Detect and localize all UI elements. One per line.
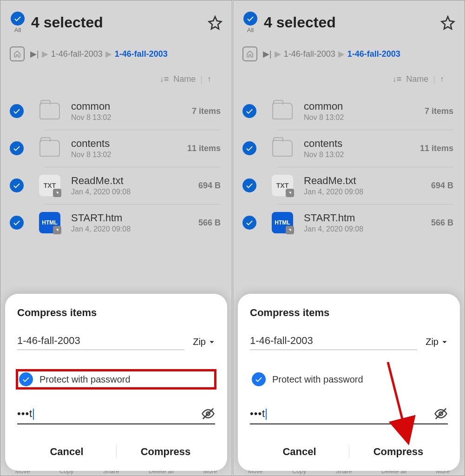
sheet-title: Compress items: [17, 307, 215, 319]
row-checkbox[interactable]: [10, 141, 24, 155]
file-size: 11 items: [187, 144, 221, 153]
file-name: contents: [304, 138, 420, 150]
favorite-icon[interactable]: [440, 15, 455, 30]
format-dropdown[interactable]: Zip: [426, 337, 448, 350]
select-all-toggle[interactable]: [243, 12, 257, 26]
protect-label: Protect with password: [39, 374, 131, 385]
cancel-button[interactable]: Cancel: [17, 435, 116, 471]
select-all-label: All: [247, 26, 254, 33]
row-checkbox[interactable]: [10, 178, 24, 192]
archive-name-input[interactable]: 1-46-fall-2003: [17, 335, 184, 350]
file-meta: Nov 8 13:02: [71, 113, 192, 122]
breadcrumb-current[interactable]: 1-46-fall-2003: [115, 49, 168, 59]
favorite-icon[interactable]: [208, 15, 223, 30]
list-item[interactable]: HTML START.htmJan 4, 2020 09:08 566 B: [0, 204, 232, 241]
home-icon[interactable]: [242, 46, 257, 61]
list-item[interactable]: HTML START.htmJan 4, 2020 09:08 566 B: [233, 204, 465, 241]
sort-icon[interactable]: ↓≡: [393, 74, 402, 84]
file-name: contents: [71, 138, 187, 150]
list-item[interactable]: commonNov 8 13:02 7 items: [0, 93, 232, 130]
compress-sheet: Compress items 1-46-fall-2003 Zip Protec…: [238, 294, 460, 471]
skip-icon: ▶|: [263, 49, 272, 59]
list-item[interactable]: TXT ReadMe.txtJan 4, 2020 09:08 694 B: [0, 167, 232, 204]
file-meta: Nov 8 13:02: [71, 151, 187, 159]
list-item[interactable]: commonNov 8 13:02 7 items: [233, 93, 465, 130]
file-size: 11 items: [420, 144, 453, 153]
sort-label[interactable]: Name: [173, 74, 196, 84]
file-meta: Jan 4, 2020 09:08: [304, 225, 431, 233]
password-input[interactable]: •••t: [250, 408, 434, 420]
txt-file-icon: TXT: [271, 174, 294, 197]
file-name: START.htm: [71, 212, 198, 224]
screenshot-right: All 4 selected ▶| ▶ 1-46-fall-2003 ▶ 1-4…: [233, 0, 465, 476]
sheet-title: Compress items: [250, 307, 448, 319]
file-size: 7 items: [425, 106, 453, 116]
breadcrumb-current[interactable]: 1-46-fall-2003: [347, 49, 400, 59]
archive-name-input[interactable]: 1-46-fall-2003: [250, 335, 417, 350]
home-icon[interactable]: [10, 46, 25, 61]
breadcrumb: ▶| ▶ 1-46-fall-2003 ▶ 1-46-fall-2003: [242, 46, 455, 61]
sort-direction-icon[interactable]: ↑: [440, 74, 444, 84]
screenshot-left: All 4 selected ▶| ▶ 1-46-fall-2003 ▶ 1-4…: [0, 0, 232, 476]
password-input[interactable]: •••t: [17, 408, 201, 420]
txt-file-icon: TXT: [39, 174, 61, 197]
chevron-right-icon: ▶: [42, 49, 48, 59]
row-checkbox[interactable]: [242, 178, 256, 192]
compress-button[interactable]: Compress: [349, 435, 448, 471]
protect-label: Protect with password: [272, 374, 363, 385]
folder-icon: [39, 100, 61, 122]
protect-password-toggle[interactable]: Protect with password: [17, 370, 215, 388]
file-meta: Jan 4, 2020 09:08: [304, 188, 431, 196]
breadcrumb-parent[interactable]: 1-46-fall-2003: [284, 49, 335, 59]
file-meta: Nov 8 13:02: [304, 113, 425, 122]
folder-icon: [271, 100, 294, 122]
list-item[interactable]: contentsNov 8 13:02 11 items: [233, 130, 465, 167]
sort-icon[interactable]: ↓≡: [160, 74, 169, 84]
chevron-right-icon: ▶: [105, 49, 112, 59]
file-meta: Jan 4, 2020 09:08: [71, 188, 198, 196]
divider: |: [200, 74, 203, 84]
file-size: 7 items: [192, 106, 221, 116]
row-checkbox[interactable]: [242, 141, 256, 155]
file-size: 566 B: [431, 218, 453, 228]
select-all-toggle[interactable]: [11, 12, 25, 26]
html-file-icon: HTML: [271, 212, 294, 234]
list-item[interactable]: TXT ReadMe.txtJan 4, 2020 09:08 694 B: [233, 167, 465, 204]
page-title: 4 selected: [264, 14, 435, 31]
protect-checkbox[interactable]: [19, 372, 33, 386]
file-meta: Jan 4, 2020 09:08: [71, 225, 198, 233]
file-name: common: [304, 100, 425, 112]
file-list: commonNov 8 13:02 7 items contentsNov 8 …: [0, 93, 232, 241]
folder-icon: [271, 137, 294, 159]
breadcrumb: ▶| ▶ 1-46-fall-2003 ▶ 1-46-fall-2003: [10, 46, 223, 61]
toggle-visibility-icon[interactable]: [201, 407, 215, 421]
list-item[interactable]: contentsNov 8 13:02 11 items: [0, 130, 232, 167]
select-all-label: All: [14, 26, 21, 33]
chevron-right-icon: ▶: [275, 49, 281, 59]
file-name: ReadMe.txt: [71, 175, 198, 187]
row-checkbox[interactable]: [10, 104, 24, 118]
toggle-visibility-icon[interactable]: [434, 407, 448, 421]
skip-icon: ▶|: [30, 49, 39, 59]
page-title: 4 selected: [31, 14, 202, 31]
file-name: ReadMe.txt: [304, 175, 431, 187]
sort-label[interactable]: Name: [406, 74, 428, 84]
file-name: START.htm: [304, 212, 431, 224]
row-checkbox[interactable]: [10, 216, 24, 230]
html-file-icon: HTML: [39, 212, 61, 234]
file-size: 694 B: [198, 181, 221, 191]
file-name: common: [71, 100, 192, 112]
file-size: 566 B: [198, 218, 221, 228]
protect-checkbox[interactable]: [252, 372, 266, 386]
row-checkbox[interactable]: [242, 104, 256, 118]
chevron-right-icon: ▶: [338, 49, 345, 59]
sort-direction-icon[interactable]: ↑: [207, 74, 211, 84]
chevron-down-icon: [441, 339, 448, 345]
row-checkbox[interactable]: [242, 216, 256, 230]
protect-password-toggle[interactable]: Protect with password: [250, 370, 448, 388]
chevron-down-icon: [209, 339, 215, 345]
compress-button[interactable]: Compress: [116, 435, 215, 471]
breadcrumb-parent[interactable]: 1-46-fall-2003: [51, 49, 103, 59]
cancel-button[interactable]: Cancel: [250, 435, 349, 471]
format-dropdown[interactable]: Zip: [193, 337, 215, 350]
